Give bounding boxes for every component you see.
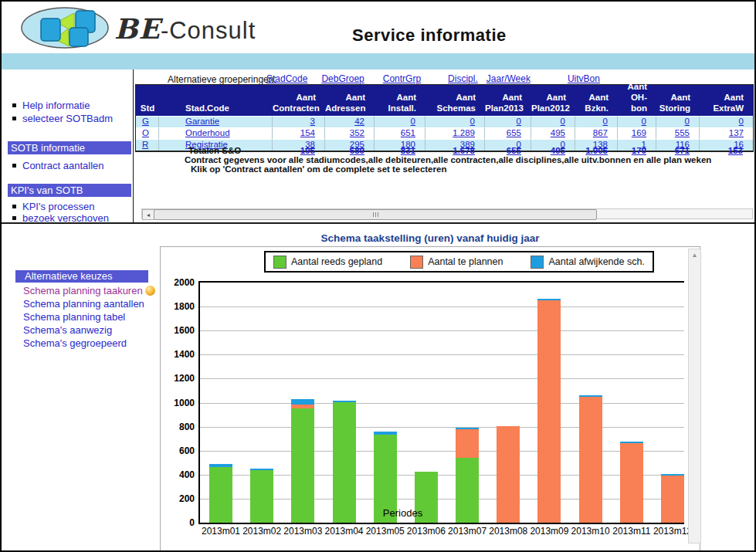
- x-axis-title: Periodes: [161, 507, 645, 519]
- table-note-2: Klik op 'Contract aantallen' om de compl…: [191, 164, 446, 174]
- bar-segment[interactable]: [291, 399, 314, 405]
- table-cell-link[interactable]: 0: [411, 117, 415, 126]
- table-cell-link[interactable]: 3: [310, 117, 315, 126]
- scroll-up-arrow-icon[interactable]: ▲: [689, 252, 700, 259]
- sidebar-item-label[interactable]: KPI's processen: [22, 201, 95, 212]
- bottom-menu-item-label[interactable]: Schema's gegroepeerd: [23, 337, 127, 350]
- column-header-line: Schemas: [425, 103, 485, 113]
- grouping-link[interactable]: UitvBon: [568, 73, 600, 84]
- table-cell-link[interactable]: 352: [350, 128, 364, 137]
- table-cell-link[interactable]: 655: [507, 128, 521, 137]
- table-cell-link[interactable]: 1.289: [453, 128, 475, 137]
- sidebar-item-help[interactable]: Help informatie: [12, 100, 90, 111]
- bar-segment[interactable]: [579, 395, 602, 397]
- bar-segment[interactable]: [333, 401, 356, 402]
- bar-segment[interactable]: [374, 432, 397, 435]
- bar-segment[interactable]: [209, 464, 232, 467]
- table-cell-link[interactable]: 651: [401, 128, 415, 137]
- bottom-menu-item[interactable]: Schema's gegroepeerd: [23, 337, 155, 350]
- totals-value-link[interactable]: 495: [551, 146, 565, 155]
- bar-segment[interactable]: [456, 428, 479, 429]
- bar-segment[interactable]: [456, 429, 479, 458]
- bar-segment[interactable]: [661, 474, 684, 476]
- sidebar-item-label[interactable]: Help informatie: [22, 100, 90, 111]
- column-header: AantPlan2012: [531, 85, 575, 116]
- sidebar-item-label[interactable]: bezoek verschoven: [22, 212, 109, 224]
- table-cell-link[interactable]: 42: [354, 117, 364, 126]
- table-cell-link[interactable]: 0: [603, 117, 608, 126]
- grouping-link[interactable]: StadCode: [266, 73, 307, 84]
- scroll-left-arrow-icon[interactable]: ◂: [142, 209, 154, 220]
- bottom-menu-item-label[interactable]: Schema planning taakuren: [23, 284, 143, 297]
- column-header: Stad.Code: [159, 85, 273, 116]
- bar-segment[interactable]: [537, 299, 561, 300]
- table-cell-link[interactable]: 495: [551, 128, 565, 137]
- totals-value-link[interactable]: 831: [401, 146, 415, 155]
- totals-value-link[interactable]: 689: [350, 146, 364, 155]
- table-cell-link[interactable]: G: [142, 117, 149, 126]
- y-axis-tick-label: 400: [164, 469, 195, 480]
- totals-value-link[interactable]: 671: [675, 146, 690, 155]
- bar-segment[interactable]: [579, 397, 602, 523]
- grouping-link[interactable]: Jaar/Week: [486, 73, 531, 84]
- legend-label: Aantal afwijkende sch.: [548, 256, 644, 267]
- totals-value-link[interactable]: 170: [632, 146, 646, 155]
- bar-segment[interactable]: [291, 405, 314, 408]
- totals-value-link[interactable]: 1.005: [585, 146, 608, 155]
- totals-value-link[interactable]: 655: [507, 146, 521, 155]
- bottom-menu-item[interactable]: Schema's aanwezig: [23, 323, 155, 337]
- bottom-menu-item[interactable]: Schema planning tabel: [23, 310, 155, 323]
- chart-gridline: [200, 354, 684, 355]
- bottom-menu-item[interactable]: Schema planning aantallen: [23, 297, 155, 310]
- table-cell-link[interactable]: O: [142, 128, 149, 137]
- grouping-link[interactable]: ContrGrp: [383, 73, 421, 84]
- bar-segment[interactable]: [537, 300, 561, 523]
- sidebar-item-kpi-processen[interactable]: KPI's processen: [12, 201, 95, 212]
- table-cell-link[interactable]: 0: [642, 117, 646, 126]
- bottom-menu-item-label[interactable]: Schema planning aantallen: [23, 297, 144, 310]
- totals-value-link[interactable]: 153: [728, 146, 743, 155]
- table-cell-link[interactable]: Onderhoud: [185, 128, 230, 137]
- table-cell-link[interactable]: Garantie: [185, 117, 219, 126]
- stacked-bar[interactable]: [661, 474, 684, 523]
- table-cell-link[interactable]: 169: [632, 128, 646, 137]
- y-axis-tick-label: 2000: [164, 277, 195, 288]
- sidebar-item-contract-aantallen[interactable]: Contract aantallen: [12, 160, 104, 171]
- stacked-bar[interactable]: [291, 399, 314, 523]
- table-cell-link[interactable]: 867: [593, 128, 608, 137]
- bar-segment[interactable]: [620, 442, 643, 443]
- stacked-bar[interactable]: [537, 299, 561, 523]
- grouping-link[interactable]: Discipl.: [448, 73, 478, 84]
- bottom-menu-item-label[interactable]: Schema's aanwezig: [23, 323, 112, 337]
- bar-segment[interactable]: [250, 469, 273, 470]
- horizontal-scrollbar[interactable]: ◂: [141, 208, 753, 219]
- stacked-bar[interactable]: [333, 401, 356, 523]
- menu-item-alternatieve-keuzes[interactable]: Alternatieve keuzes: [15, 270, 148, 283]
- bar-segment[interactable]: [661, 476, 684, 523]
- totals-value-link[interactable]: 1.678: [453, 146, 475, 155]
- sidebar-item-bezoek-verschoven[interactable]: bezoek verschoven: [12, 212, 109, 224]
- table-cell-link[interactable]: 0: [739, 117, 744, 126]
- vertical-scrollbar[interactable]: ▲: [688, 249, 701, 544]
- table-cell-link[interactable]: 0: [685, 117, 690, 126]
- y-axis-tick-label: 200: [164, 493, 195, 504]
- stacked-bar[interactable]: [579, 395, 602, 523]
- table-cell-link[interactable]: 0: [561, 117, 565, 126]
- grouping-link[interactable]: DebGroep: [321, 73, 364, 84]
- sidebar-item-label[interactable]: Contract aantallen: [22, 160, 104, 171]
- horizontal-scrollbar-thumb[interactable]: [154, 209, 597, 220]
- sidebar-item-label[interactable]: selecteer SOTBadm: [22, 113, 113, 124]
- bar-segment[interactable]: [333, 402, 356, 523]
- table-cell-link[interactable]: 137: [729, 128, 744, 137]
- table-cell-link[interactable]: 154: [300, 128, 315, 137]
- table-cell-link[interactable]: 0: [517, 117, 521, 126]
- table-row: OOnderhoud1543526511.2896554958671695551…: [136, 127, 753, 139]
- bottom-menu-item[interactable]: Schema planning taakuren: [23, 284, 155, 297]
- table-cell: 651: [375, 127, 425, 139]
- bar-segment[interactable]: [291, 408, 314, 523]
- table-cell-link[interactable]: 555: [675, 128, 690, 137]
- bottom-menu-item-label[interactable]: Schema planning tabel: [23, 310, 125, 323]
- table-cell-link[interactable]: 0: [470, 117, 475, 126]
- sidebar-item-selecteer[interactable]: selecteer SOTBadm: [12, 113, 113, 124]
- totals-value-link[interactable]: 195: [300, 146, 315, 155]
